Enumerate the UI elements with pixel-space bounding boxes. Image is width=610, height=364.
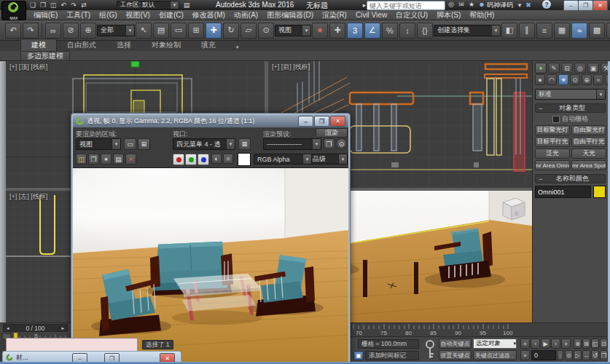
tab-display-icon[interactable]: ▣ xyxy=(587,63,599,74)
select-manipulate-icon[interactable]: ✚ xyxy=(329,23,345,39)
go-to-end-button[interactable]: » xyxy=(561,339,571,349)
save-image-icon[interactable]: ◫ xyxy=(76,154,87,165)
material-editor-icon[interactable]: ◍ xyxy=(606,23,610,39)
menu-customize[interactable]: 自定义(U) xyxy=(391,10,432,20)
red-channel-toggle[interactable] xyxy=(173,154,184,165)
auto-region-icon[interactable]: ⊞ xyxy=(138,138,150,150)
category-lights-icon[interactable]: ☀ xyxy=(558,74,568,85)
field-of-view-icon[interactable]: ▷ xyxy=(574,350,582,360)
viewport-layout-tab-strip[interactable] xyxy=(0,61,6,323)
render-button[interactable]: 渲染 xyxy=(316,128,348,138)
select-and-place-icon[interactable]: ⊙ xyxy=(258,23,274,39)
monochrome-icon[interactable]: ■ xyxy=(223,154,233,164)
sign-in-icon[interactable]: ☻ xyxy=(477,0,487,9)
workspace-list-icon[interactable]: ▤ xyxy=(181,1,192,9)
blue-channel-toggle[interactable] xyxy=(198,154,209,165)
print-image-icon[interactable]: ▤ xyxy=(113,154,124,165)
autogrid-checkbox[interactable] xyxy=(552,116,560,123)
mr-area-spot-button[interactable]: mr Area Spot xyxy=(571,160,606,170)
mr-area-omni-button[interactable]: mr Area Omni xyxy=(535,160,570,170)
name-color-rollout[interactable]: − 名称和颜色 xyxy=(535,174,606,183)
alpha-channel-icon[interactable]: ◐ xyxy=(211,154,222,164)
ribbon-tab-freeform[interactable]: 自由形式 xyxy=(57,39,106,51)
select-by-name-icon[interactable]: ▤ xyxy=(153,23,169,39)
keyboard-shortcut-key-icon[interactable] xyxy=(423,338,437,361)
viewport-left-label[interactable]: [+] [左] [线框] xyxy=(9,192,47,202)
play-button[interactable]: ▶ xyxy=(541,339,550,349)
ribbon-tab-selection[interactable]: 选择 xyxy=(106,39,141,51)
undo-button[interactable]: ↶ xyxy=(5,23,21,39)
unlink-selection-icon[interactable]: ⊘ xyxy=(63,23,79,39)
menu-rendering[interactable]: 渲染(R) xyxy=(318,10,351,20)
align-icon[interactable]: ∥ xyxy=(519,23,535,39)
auto-key-button[interactable]: 自动关键点 xyxy=(439,339,472,349)
render-window-close-button[interactable]: ✕ xyxy=(330,116,345,127)
schematic-view-icon[interactable]: ▩ xyxy=(589,23,605,39)
communication-center-icon[interactable]: ✉ xyxy=(456,0,466,9)
tab-create-icon[interactable]: ✦ xyxy=(535,63,547,74)
select-and-rotate-icon[interactable]: ↻ xyxy=(223,23,239,39)
select-and-scale-icon[interactable]: ▱ xyxy=(241,23,257,39)
skylight-button[interactable]: 天光 xyxy=(571,149,606,159)
render-setup-icon-small[interactable]: ❐ xyxy=(324,138,335,149)
tab-motion-icon[interactable]: ◎ xyxy=(574,63,586,74)
layer-manager-icon[interactable]: ≡ xyxy=(536,23,552,39)
menu-views[interactable]: 视图(V) xyxy=(122,10,155,20)
isolate-selection-icon[interactable]: ▣ xyxy=(353,351,364,360)
select-and-link-icon[interactable]: ∞ xyxy=(45,23,61,39)
category-spacewarps-icon[interactable]: ≈ xyxy=(593,74,603,85)
curve-editor-icon[interactable]: ≈ xyxy=(571,23,587,39)
menu-modifiers[interactable]: 修改器(M) xyxy=(188,10,230,20)
bind-to-space-warp-icon[interactable]: ⊕ xyxy=(80,23,96,39)
render-window-minimize-button[interactable]: – xyxy=(298,116,313,127)
selection-filter-dropdown-status[interactable]: 选定对象 ▾ xyxy=(473,339,517,349)
omni-button[interactable]: 泛光 xyxy=(535,149,570,159)
category-cameras-icon[interactable]: ⊙ xyxy=(570,74,580,85)
orbit-icon[interactable]: ↺ xyxy=(591,350,599,360)
pan-view-icon[interactable]: ↔ xyxy=(582,350,590,360)
background-color-swatch[interactable] xyxy=(238,153,251,166)
polygon-modeling-panel[interactable]: 多边形建模 xyxy=(20,51,70,61)
next-frame-icon[interactable]: ▸ xyxy=(61,325,64,331)
next-frame-button[interactable]: › xyxy=(551,339,560,349)
tab-modify-icon[interactable]: ✎ xyxy=(548,63,560,74)
render-viewport-dropdown[interactable]: 四元菜单 4 - 透 ▾ xyxy=(173,138,235,150)
new-file-icon[interactable]: ❏ xyxy=(28,1,38,9)
set-key-button[interactable]: 设置关键点 xyxy=(439,350,472,360)
exchange-apps-icon[interactable]: ✖ xyxy=(523,1,533,9)
fetch-icon[interactable]: ⇄ xyxy=(79,1,89,9)
edit-region-icon[interactable]: ▭ xyxy=(124,138,136,150)
target-direct-button[interactable]: 目标平行光 xyxy=(535,137,570,147)
lock-viewport-icon[interactable]: ⊠ xyxy=(238,138,251,150)
max-logo-button[interactable]: MAX xyxy=(1,1,26,20)
prev-frame-icon[interactable]: ◂ xyxy=(7,325,9,331)
light-category-dropdown[interactable]: 标准 ▾ xyxy=(535,89,606,100)
angle-snap-icon[interactable]: ∠ xyxy=(364,23,380,39)
ribbon-tab-modeling[interactable]: 建模 xyxy=(20,39,57,51)
environment-icon[interactable]: ⊙ xyxy=(336,138,347,149)
render-window-title-bar[interactable]: 透视, 帧 0, 显示 Gamma: 2.2, RGBA 颜色 16 位/通道 … xyxy=(73,115,348,127)
green-channel-toggle[interactable] xyxy=(185,154,197,165)
zoom-extents-all-icon[interactable]: ⊡ xyxy=(600,339,608,349)
menu-group[interactable]: 组(G) xyxy=(95,10,121,20)
window-minimize-button[interactable]: – xyxy=(563,0,579,11)
zoom-extents-icon[interactable]: ◱ xyxy=(591,339,599,349)
next-key-button[interactable]: » xyxy=(520,350,530,360)
zoom-all-icon[interactable]: ⊞ xyxy=(582,339,590,349)
snaps-toggle-3d-icon[interactable]: 3 xyxy=(347,23,363,39)
tab-hierarchy-icon[interactable]: ⊟ xyxy=(561,63,573,74)
menu-scripting[interactable]: 脚本(S) xyxy=(432,10,465,20)
frame-counter[interactable]: ◂ 0 / 100 ▸ xyxy=(3,324,68,332)
channel-dropdown[interactable]: RGB Alpha ▾ xyxy=(254,154,312,165)
add-time-tag[interactable]: 添加时间标记 xyxy=(365,351,419,360)
rendered-frame-window[interactable]: 透视, 帧 0, 显示 Gamma: 2.2, RGBA 颜色 16 位/通道 … xyxy=(71,113,351,364)
mirror-icon[interactable]: ◧ xyxy=(501,23,517,39)
redo-icon[interactable]: ↷ xyxy=(69,1,79,9)
menu-civil-view[interactable]: Civil View xyxy=(351,11,391,19)
workspace-dropdown[interactable]: 工作区: 默认 ▾ xyxy=(117,1,179,9)
object-type-rollout[interactable]: − 对象类型 xyxy=(535,103,606,113)
render-window-maximize-button[interactable]: ❐ xyxy=(314,116,329,127)
menu-animation[interactable]: 动画(A) xyxy=(230,10,262,20)
rectangular-selection-region-icon[interactable]: ▭ xyxy=(171,23,187,39)
ribbon-tab-object-paint[interactable]: 对象绘制 xyxy=(141,39,191,51)
